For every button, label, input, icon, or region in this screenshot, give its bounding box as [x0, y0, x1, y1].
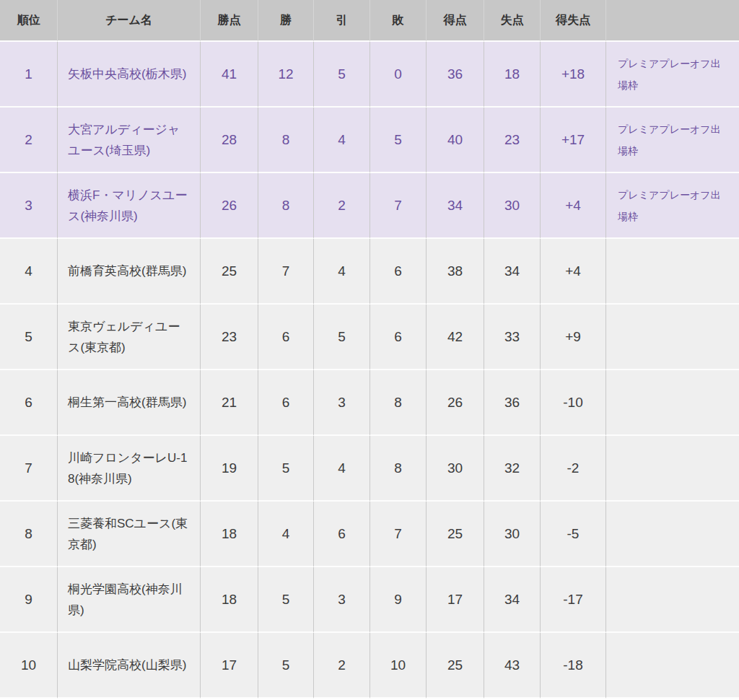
losses-cell: 5 [370, 108, 427, 173]
table-row: 6桐生第一高校(群馬県)216382636-10 [0, 370, 739, 436]
wins-cell: 5 [258, 436, 314, 502]
goal-diff-cell: -10 [541, 370, 606, 436]
table-row: 10山梨学院高校(山梨県)1752102543-18 [0, 633, 739, 699]
table-row: 3横浜F・マリノスユース(神奈川県)268273430+4プレミアプレーオフ出場… [0, 173, 739, 239]
col-header-goals-for: 得点 [427, 0, 484, 42]
rank-cell: 5 [0, 305, 58, 370]
goals-against-cell: 43 [484, 633, 541, 699]
goal-diff-cell: -17 [541, 567, 606, 633]
note-cell [606, 305, 739, 370]
goals-against-cell: 30 [484, 502, 541, 567]
note-cell: プレミアプレーオフ出場枠 [606, 42, 739, 108]
goals-against-cell: 33 [484, 305, 541, 370]
table-row: 4前橋育英高校(群馬県)257463834+4 [0, 239, 739, 305]
col-header-goals-against: 失点 [484, 0, 541, 42]
rank-cell: 2 [0, 108, 58, 173]
team-cell: 大宮アルディージャユース(埼玉県) [58, 108, 201, 173]
standings-table: 順位 チーム名 勝点 勝 引 敗 得点 失点 得失点 1矢板中央高校(栃木県)4… [0, 0, 739, 699]
team-cell: 前橋育英高校(群馬県) [58, 239, 201, 305]
team-cell: 矢板中央高校(栃木県) [58, 42, 201, 108]
table-row: 9桐光学園高校(神奈川県)185391734-17 [0, 567, 739, 633]
rank-cell: 7 [0, 436, 58, 502]
goals-for-cell: 42 [427, 305, 484, 370]
col-header-note [606, 0, 739, 42]
rank-cell: 6 [0, 370, 58, 436]
team-cell: 東京ヴェルディユース(東京都) [58, 305, 201, 370]
losses-cell: 0 [370, 42, 427, 108]
rank-cell: 9 [0, 567, 58, 633]
header-row: 順位 チーム名 勝点 勝 引 敗 得点 失点 得失点 [0, 0, 739, 42]
wins-cell: 7 [258, 239, 314, 305]
losses-cell: 7 [370, 173, 427, 239]
wins-cell: 5 [258, 633, 314, 699]
goals-for-cell: 25 [427, 633, 484, 699]
draws-cell: 4 [314, 239, 370, 305]
points-cell: 23 [201, 305, 258, 370]
goal-diff-cell: +18 [541, 42, 606, 108]
col-header-losses: 敗 [370, 0, 427, 42]
points-cell: 41 [201, 42, 258, 108]
col-header-rank: 順位 [0, 0, 58, 42]
losses-cell: 8 [370, 370, 427, 436]
draws-cell: 3 [314, 567, 370, 633]
goals-for-cell: 17 [427, 567, 484, 633]
goal-diff-cell: +17 [541, 108, 606, 173]
note-cell [606, 567, 739, 633]
points-cell: 18 [201, 502, 258, 567]
wins-cell: 4 [258, 502, 314, 567]
draws-cell: 4 [314, 108, 370, 173]
team-cell: 桐生第一高校(群馬県) [58, 370, 201, 436]
note-cell: プレミアプレーオフ出場枠 [606, 108, 739, 173]
wins-cell: 6 [258, 305, 314, 370]
draws-cell: 5 [314, 42, 370, 108]
team-cell: 桐光学園高校(神奈川県) [58, 567, 201, 633]
goals-for-cell: 30 [427, 436, 484, 502]
note-cell: プレミアプレーオフ出場枠 [606, 173, 739, 239]
losses-cell: 9 [370, 567, 427, 633]
points-cell: 19 [201, 436, 258, 502]
rank-cell: 1 [0, 42, 58, 108]
table-row: 8三菱養和SCユース(東京都)184672530-5 [0, 502, 739, 567]
draws-cell: 3 [314, 370, 370, 436]
note-cell [606, 436, 739, 502]
draws-cell: 2 [314, 173, 370, 239]
goals-against-cell: 18 [484, 42, 541, 108]
draws-cell: 6 [314, 502, 370, 567]
note-cell [606, 633, 739, 699]
goals-against-cell: 34 [484, 239, 541, 305]
goal-diff-cell: +4 [541, 173, 606, 239]
losses-cell: 10 [370, 633, 427, 699]
goals-against-cell: 34 [484, 567, 541, 633]
note-cell [606, 502, 739, 567]
team-cell: 横浜F・マリノスユース(神奈川県) [58, 173, 201, 239]
goal-diff-cell: +9 [541, 305, 606, 370]
losses-cell: 6 [370, 305, 427, 370]
table-row: 2大宮アルディージャユース(埼玉県)288454023+17プレミアプレーオフ出… [0, 108, 739, 173]
note-cell [606, 370, 739, 436]
table-row: 1矢板中央高校(栃木県)4112503618+18プレミアプレーオフ出場枠 [0, 42, 739, 108]
goals-against-cell: 23 [484, 108, 541, 173]
team-cell: 山梨学院高校(山梨県) [58, 633, 201, 699]
goals-for-cell: 25 [427, 502, 484, 567]
col-header-draws: 引 [314, 0, 370, 42]
goal-diff-cell: +4 [541, 239, 606, 305]
points-cell: 28 [201, 108, 258, 173]
goals-for-cell: 38 [427, 239, 484, 305]
goal-diff-cell: -18 [541, 633, 606, 699]
points-cell: 17 [201, 633, 258, 699]
draws-cell: 5 [314, 305, 370, 370]
goal-diff-cell: -2 [541, 436, 606, 502]
goals-against-cell: 36 [484, 370, 541, 436]
table-row: 5東京ヴェルディユース(東京都)236564233+9 [0, 305, 739, 370]
goals-against-cell: 30 [484, 173, 541, 239]
wins-cell: 12 [258, 42, 314, 108]
col-header-wins: 勝 [258, 0, 314, 42]
wins-cell: 5 [258, 567, 314, 633]
goals-for-cell: 26 [427, 370, 484, 436]
goals-for-cell: 34 [427, 173, 484, 239]
wins-cell: 6 [258, 370, 314, 436]
points-cell: 25 [201, 239, 258, 305]
points-cell: 21 [201, 370, 258, 436]
losses-cell: 6 [370, 239, 427, 305]
points-cell: 26 [201, 173, 258, 239]
